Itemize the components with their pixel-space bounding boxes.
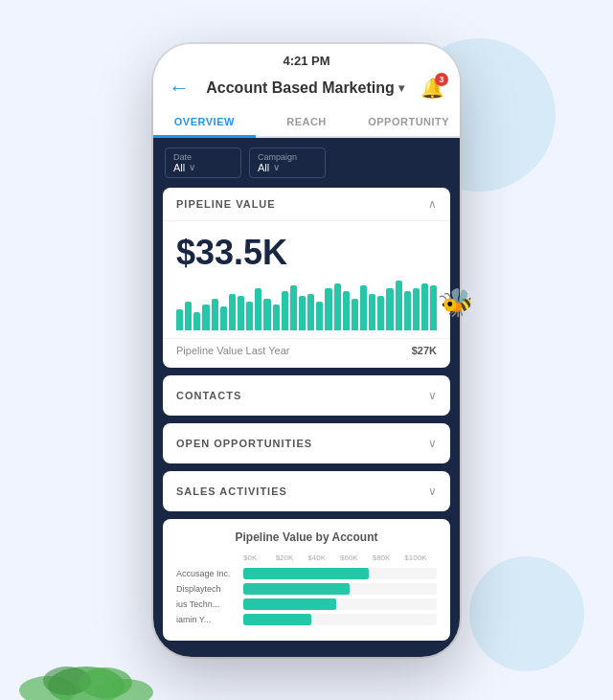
title-chevron-icon[interactable]: ▾ — [398, 81, 404, 95]
bar-item — [263, 299, 270, 330]
bar-item — [290, 285, 297, 330]
h-axis-label: $20K — [276, 553, 308, 562]
bar-item — [212, 299, 218, 330]
bar-item — [377, 296, 384, 330]
filters-row: Date All ∨ Campaign All ∨ — [153, 138, 460, 188]
h-row-label: ius Techn... — [176, 599, 243, 609]
date-filter-value: All ∨ — [173, 162, 217, 173]
h-axis: $0K$20K$40K$60K$80K$100K — [176, 553, 437, 562]
bar-item — [316, 302, 323, 330]
h-axis-label: $80K — [373, 553, 405, 562]
sales-activities-title: SALES ACTIVITIES — [176, 485, 287, 497]
h-bar-row: ius Techn... — [176, 598, 437, 610]
h-axis-label: $100K — [404, 553, 437, 562]
bar-item — [193, 312, 200, 330]
h-axis-label: $40K — [307, 553, 340, 562]
bar-item — [176, 309, 183, 330]
h-bar-container — [243, 614, 437, 625]
pipeline-value-card: PIPELINE VALUE ∧ $33.5K Pipeline Value L… — [163, 188, 450, 368]
bar-item — [343, 291, 350, 330]
main-content: Date All ∨ Campaign All ∨ PIPELINE VALUE… — [153, 138, 460, 657]
tab-opportunity[interactable]: OPPORTUNITY — [357, 108, 460, 136]
bar-item — [352, 299, 358, 330]
pipeline-footer-value: $27K — [412, 345, 437, 356]
pipeline-footer: Pipeline Value Last Year $27K — [163, 338, 450, 368]
svg-point-4 — [79, 667, 132, 698]
h-bar — [243, 614, 311, 625]
tab-reach[interactable]: REACH — [256, 108, 358, 136]
date-filter-label: Date — [173, 152, 217, 162]
notification-button[interactable]: 🔔 3 — [420, 77, 444, 100]
bar-item — [413, 288, 420, 330]
bar-item — [334, 283, 341, 330]
date-filter[interactable]: Date All ∨ — [165, 147, 241, 178]
by-account-title: Pipeline Value by Account — [176, 531, 437, 544]
bar-item — [369, 294, 375, 330]
bar-item — [229, 294, 236, 330]
open-opportunities-card[interactable]: OPEN OPPORTUNITIES ∨ — [163, 423, 450, 463]
bar-item — [202, 305, 209, 330]
horizontal-bar-chart: $0K$20K$40K$60K$80K$100K Accusage Inc.Di… — [176, 553, 437, 625]
bar-item — [404, 291, 411, 330]
campaign-filter-label: Campaign — [258, 152, 302, 162]
tab-overview[interactable]: OVERVIEW — [153, 108, 256, 138]
grass-decoration — [19, 633, 153, 700]
bar-item — [246, 302, 253, 330]
bar-item — [307, 294, 314, 330]
pipeline-collapse-icon[interactable]: ∧ — [428, 197, 437, 211]
bar-item — [220, 306, 227, 330]
h-bar-container — [243, 568, 437, 579]
bar-item — [238, 296, 244, 330]
h-row-label: iamin Y... — [176, 615, 243, 624]
campaign-chevron-icon: ∨ — [273, 162, 280, 172]
contacts-chevron-icon: ∨ — [428, 389, 437, 402]
h-bar-row: Displaytech — [176, 583, 437, 595]
h-axis-label: $0K — [243, 553, 276, 562]
bar-item — [185, 302, 192, 330]
header: ← Account Based Marketing ▾ 🔔 3 — [153, 72, 460, 108]
phone-shell: 4:21 PM ← Account Based Marketing ▾ 🔔 3 … — [153, 44, 460, 657]
pipeline-by-account-card: Pipeline Value by Account $0K$20K$40K$60… — [163, 519, 450, 641]
h-bar-container — [243, 598, 437, 610]
bar-item — [396, 281, 402, 330]
contacts-title: CONTACTS — [176, 390, 241, 401]
contacts-card[interactable]: CONTACTS ∨ — [163, 375, 450, 416]
sales-activities-chevron-icon: ∨ — [428, 485, 437, 498]
h-axis-label: $60K — [340, 553, 373, 562]
header-title: Account Based Marketing ▾ — [206, 79, 403, 97]
h-bar-container — [243, 583, 437, 595]
open-opportunities-title: OPEN OPPORTUNITIES — [176, 438, 312, 449]
bar-item — [430, 285, 437, 330]
bg-circle-bottom — [469, 556, 584, 671]
campaign-filter[interactable]: Campaign All ∨ — [249, 147, 326, 178]
pipeline-bar-chart — [163, 281, 450, 338]
bar-item — [386, 288, 393, 330]
h-bar — [243, 568, 369, 579]
bar-item — [255, 288, 261, 330]
sales-activities-card[interactable]: SALES ACTIVITIES ∨ — [163, 471, 450, 511]
status-bar: 4:21 PM — [153, 44, 460, 72]
open-opportunities-chevron-icon: ∨ — [428, 437, 437, 450]
bar-item — [282, 291, 288, 330]
h-row-label: Displaytech — [176, 584, 243, 594]
h-bar — [243, 598, 336, 610]
tab-bar: OVERVIEW REACH OPPORTUNITY — [153, 108, 460, 138]
pipeline-card-header: PIPELINE VALUE ∧ — [163, 188, 450, 221]
bar-item — [273, 305, 280, 330]
bar-item — [299, 296, 306, 330]
h-bar-row: Accusage Inc. — [176, 568, 437, 579]
h-bar — [243, 583, 350, 595]
back-button[interactable]: ← — [169, 76, 190, 101]
bar-item — [360, 285, 367, 330]
pipeline-value-amount: $33.5K — [163, 221, 450, 281]
h-row-label: Accusage Inc. — [176, 569, 243, 578]
date-chevron-icon: ∨ — [189, 162, 195, 172]
pipeline-footer-label: Pipeline Value Last Year — [176, 345, 289, 356]
bar-item — [325, 288, 331, 330]
h-bar-row: iamin Y... — [176, 614, 437, 625]
bar-item — [421, 283, 428, 330]
status-time: 4:21 PM — [283, 54, 329, 68]
pipeline-card-title: PIPELINE VALUE — [176, 198, 276, 210]
notification-badge: 3 — [435, 73, 448, 86]
campaign-filter-value: All ∨ — [258, 162, 302, 173]
